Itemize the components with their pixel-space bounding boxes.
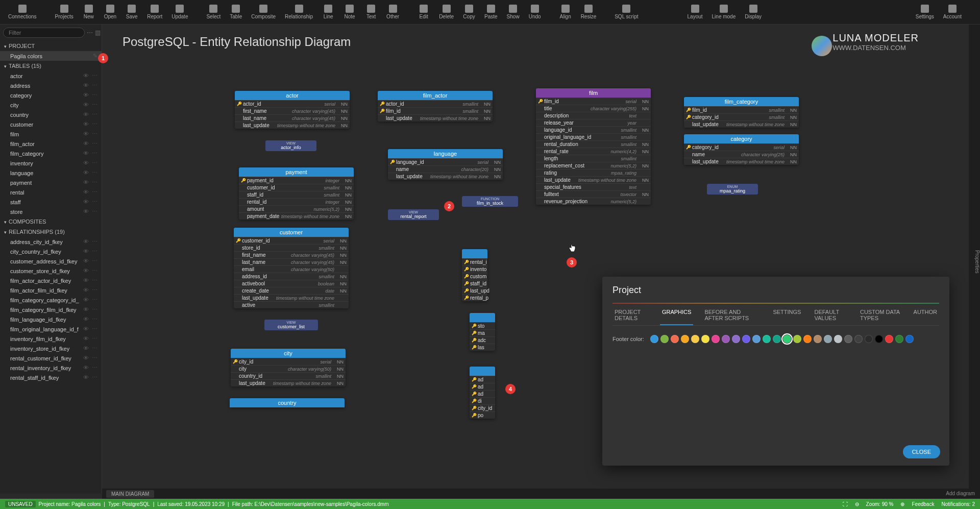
tab-project-details[interactable]: PROJECT DETAILS — [612, 306, 651, 325]
sidebar-item-address_city_id_fkey[interactable]: address_city_id_fkey👁⋯ — [0, 237, 102, 247]
table-partial[interactable]: 🔑sto🔑ma🔑adc🔑las — [470, 313, 495, 351]
table-column[interactable]: create_datedateNN — [234, 287, 349, 294]
eye-icon[interactable]: 👁 — [83, 82, 89, 89]
color-swatch[interactable] — [681, 335, 689, 343]
section-composites[interactable]: COMPOSITES — [0, 216, 102, 227]
eye-icon[interactable]: 👁 — [83, 238, 89, 245]
toolbar-line-mode[interactable]: Line mode — [708, 3, 740, 21]
color-swatch[interactable] — [895, 335, 903, 343]
table-column[interactable]: last_updatetimestamp without time zoneNN — [684, 120, 799, 128]
sidebar-item-rental_customer_id_fkey[interactable]: rental_customer_id_fkey👁⋯ — [0, 353, 102, 363]
toolbar-select[interactable]: Select — [202, 3, 225, 21]
table-header[interactable]: film — [536, 88, 651, 98]
table-column[interactable]: emailcharacter varying(50) — [234, 265, 349, 273]
diagram-canvas[interactable]: PostgreSQL - Entity Relationship Diagram… — [102, 25, 980, 494]
table-column[interactable]: first_namecharacter varying(45)NN — [235, 107, 350, 114]
table-column[interactable]: rental_durationsmallintNN — [536, 140, 651, 148]
table-column[interactable]: 🔑category_idsmallintNN — [684, 113, 799, 120]
more-icon[interactable]: ⋯ — [92, 297, 97, 303]
more-icon[interactable]: ⋯ — [87, 29, 93, 36]
eye-icon[interactable]: 👁 — [83, 355, 89, 361]
more-icon[interactable]: ⋯ — [92, 169, 97, 176]
table-partial[interactable]: 🔑rental_i🔑invento🔑custom🔑staff_id🔑last_u… — [462, 249, 487, 301]
more-icon[interactable]: ⋯ — [92, 345, 97, 352]
section-project[interactable]: PROJECT — [0, 41, 102, 51]
sidebar-item-city_country_id_fkey[interactable]: city_country_id_fkey👁⋯ — [0, 247, 102, 256]
table-header[interactable]: country — [230, 398, 345, 407]
table-actor[interactable]: actor🔑actor_idserialNNfirst_namecharacte… — [235, 91, 350, 129]
zoom-in-icon[interactable]: ⊕ — [900, 501, 904, 507]
toolbar-settings[interactable]: Settings — [912, 3, 938, 21]
more-icon[interactable]: ⋯ — [92, 326, 97, 332]
eye-icon[interactable]: 👁 — [83, 179, 89, 186]
table-column[interactable]: release_yearyear — [536, 119, 651, 126]
table-column[interactable]: last_updatetimestamp without time zoneNN — [684, 158, 799, 165]
more-icon[interactable]: ⋯ — [92, 160, 97, 166]
table-column[interactable]: lengthsmallint — [536, 155, 651, 162]
table-column[interactable]: last_namecharacter varying(45)NN — [234, 258, 349, 265]
eye-icon[interactable]: 👁 — [83, 326, 89, 332]
eye-icon[interactable]: 👁 — [83, 199, 89, 205]
more-icon[interactable]: ⋯ — [92, 238, 97, 245]
color-swatch[interactable] — [763, 335, 771, 343]
edit-icon[interactable]: ✎ — [93, 53, 97, 59]
color-swatch[interactable] — [803, 335, 812, 343]
tab-before-and-after-scripts[interactable]: BEFORE AND AFTER SCRIPTS — [702, 306, 762, 325]
sidebar-item-film_category_film_id_fkey[interactable]: film_category_film_id_fkey👁⋯ — [0, 305, 102, 314]
more-icon[interactable]: ⋯ — [92, 365, 97, 371]
color-swatch[interactable] — [905, 335, 914, 343]
toolbar-display[interactable]: Display — [741, 3, 766, 21]
table-column[interactable]: country_idsmallintNN — [231, 372, 346, 379]
eye-icon[interactable]: 👁 — [83, 248, 89, 255]
table-column[interactable]: namecharacter varying(25)NN — [684, 151, 799, 158]
table-column[interactable]: language_idsmallintNN — [536, 126, 651, 133]
table-column[interactable]: customer_idsmallintNN — [239, 184, 354, 191]
table-column[interactable]: 🔑category_idserialNN — [684, 143, 799, 151]
more-icon[interactable]: ⋯ — [92, 258, 97, 264]
table-column[interactable]: activesmallint — [234, 301, 349, 308]
table-country[interactable]: country — [230, 398, 345, 407]
color-swatch[interactable] — [875, 335, 883, 343]
eye-icon[interactable]: 👁 — [83, 335, 89, 342]
color-swatch[interactable] — [712, 335, 720, 343]
eye-icon[interactable]: 👁 — [83, 306, 89, 313]
table-header[interactable]: category — [684, 134, 799, 143]
more-icon[interactable]: ⋯ — [92, 131, 97, 137]
sidebar-item-film_language_id_fkey[interactable]: film_language_id_fkey👁⋯ — [0, 314, 102, 324]
more-icon[interactable]: ⋯ — [92, 355, 97, 361]
table-column[interactable]: 🔑language_idserialNN — [388, 158, 503, 165]
toolbar-report[interactable]: Report — [143, 3, 166, 21]
color-swatch[interactable] — [691, 335, 699, 343]
toolbar-undo[interactable]: Undo — [525, 3, 545, 21]
table-column[interactable]: fulltexttsvectorNN — [536, 190, 651, 198]
more-icon[interactable]: ⋯ — [92, 287, 97, 294]
toolbar-paste[interactable]: Paste — [480, 3, 502, 21]
sidebar-item-inventory_store_id_fkey[interactable]: inventory_store_id_fkey👁⋯ — [0, 344, 102, 353]
color-swatch[interactable] — [865, 335, 873, 343]
more-icon[interactable]: ⋯ — [92, 268, 97, 274]
table-header[interactable]: film_category — [684, 97, 799, 106]
eye-icon[interactable]: 👁 — [83, 316, 89, 323]
sidebar-item-payment[interactable]: payment👁⋯ — [0, 178, 102, 187]
table-column[interactable]: 🔑film_idsmallintNN — [684, 106, 799, 113]
toolbar-line[interactable]: Line — [318, 3, 338, 21]
eye-icon[interactable]: 👁 — [83, 374, 89, 381]
color-swatch[interactable] — [742, 335, 750, 343]
toolbar-align[interactable]: Align — [555, 3, 576, 21]
color-swatch[interactable] — [885, 335, 893, 343]
panel-toggle-icon[interactable]: ▥ — [95, 29, 101, 36]
sidebar-item-film_category[interactable]: film_category👁⋯ — [0, 149, 102, 158]
table-column[interactable]: descriptiontext — [536, 112, 651, 119]
view-actor_info[interactable]: VIEWactor_info — [265, 140, 316, 151]
table-column[interactable]: titlecharacter varying(255)NN — [536, 105, 651, 112]
table-header[interactable]: language — [388, 149, 503, 158]
toolbar-text[interactable]: Text — [361, 3, 381, 21]
color-swatch[interactable] — [854, 335, 863, 343]
table-column[interactable]: 🔑film_idsmallintNN — [378, 107, 493, 114]
table-category[interactable]: category🔑category_idserialNNnamecharacte… — [684, 134, 799, 165]
eye-icon[interactable]: 👁 — [83, 131, 89, 137]
table-column[interactable]: original_language_idsmallint — [536, 133, 651, 140]
more-icon[interactable]: ⋯ — [92, 111, 97, 118]
sidebar-item-category[interactable]: category👁⋯ — [0, 90, 102, 100]
more-icon[interactable]: ⋯ — [92, 179, 97, 186]
